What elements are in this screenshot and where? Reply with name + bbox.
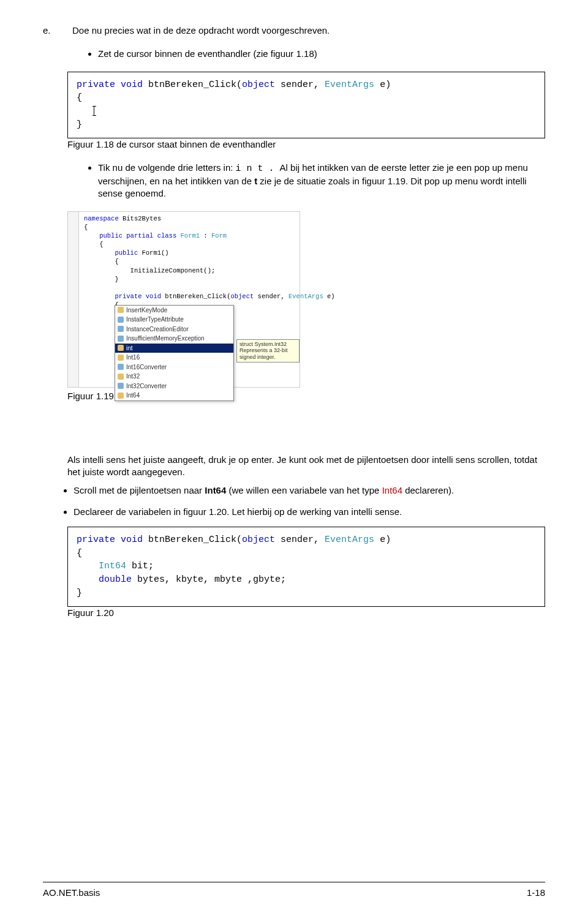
b3e: declareren). — [402, 485, 454, 495]
bullet-list-2: Tik nu de volgende drie letters in: i n … — [98, 162, 545, 200]
b2d-bold: t — [254, 176, 260, 186]
tooltip-l2: Represents a 32-bit signed integer. — [239, 347, 296, 361]
caption-1-18: Figuur 1.18 de cursor staat binnen de ev… — [67, 138, 545, 151]
m2-sender: sender, — [275, 535, 325, 545]
intelli-label: Int16 — [126, 353, 140, 362]
b3b-bold: Int64 — [205, 485, 226, 495]
b3d-red: Int64 — [382, 485, 402, 495]
brace-close: } — [77, 119, 82, 130]
cls-name: Form1 — [181, 232, 200, 239]
intelli-item-5[interactable]: Int16 — [115, 353, 233, 363]
type-eventargs: EventArgs — [325, 80, 374, 90]
code-box-2: private void btnBereken_Click(object sen… — [67, 527, 545, 607]
m-name: btnBereken_Click — [165, 293, 227, 300]
base-form: Form — [211, 232, 227, 239]
bullet-declareer: Declareer de variabelen in figuur 1.20. … — [74, 506, 545, 518]
class-icon — [118, 383, 124, 389]
page-footer: AO.NET.basis 1-18 — [43, 887, 545, 899]
kw-namespace: namespace — [84, 215, 119, 222]
footer-rule — [43, 882, 545, 882]
keyword-icon — [118, 345, 124, 351]
intelli-item-3[interactable]: InsufficientMemoryException — [115, 334, 233, 344]
class-icon — [118, 326, 124, 332]
intelli-label: InsufficientMemoryException — [126, 334, 205, 343]
bullet-tik: Tik nu de volgende drie letters in: i n … — [98, 162, 545, 200]
m-kw: private void — [84, 293, 165, 300]
type-eventargs2: EventArgs — [325, 535, 374, 545]
caption-1-20: Figuur 1.20 — [67, 607, 545, 619]
intelli-item-2[interactable]: InstanceCreationEditor — [115, 325, 233, 334]
brace-open: { — [77, 92, 82, 103]
ctor-par: () — [161, 249, 169, 257]
brace-close2: } — [77, 588, 82, 598]
m-object: object — [230, 293, 254, 300]
para-intelli-enter: Als intelli sens het juiste aangeeft, dr… — [67, 454, 545, 479]
intelli-item-6[interactable]: Int16Converter — [115, 363, 233, 372]
b2b-mono: i n t . — [236, 164, 280, 174]
cls-brace: { — [84, 241, 104, 248]
intelli-label: Int16Converter — [126, 363, 167, 372]
class-icon — [118, 364, 124, 370]
kw-void2: void — [121, 535, 143, 545]
ctor-brace-close: } — [84, 276, 119, 283]
section-label: e. — [43, 24, 72, 37]
intelli-label: Int32 — [126, 372, 140, 381]
b2a: Tik nu de volgende drie letters in: — [98, 162, 236, 173]
struct-icon — [118, 374, 124, 380]
m-sender: sender, — [254, 293, 288, 300]
intelli-label: Int32Converter — [126, 382, 167, 391]
footer-left: AO.NET.basis — [43, 887, 100, 899]
kw-void: void — [121, 80, 143, 90]
intelli-label: InstallerTypeAttribute — [126, 315, 184, 324]
m-brace: { — [84, 301, 119, 309]
intelli-item-0[interactable]: InsertKeyMode — [115, 306, 233, 315]
b3a: Scroll met de pijlentoetsen naar — [74, 485, 205, 495]
m2-e: e) — [374, 535, 391, 545]
intelli-item-7[interactable]: Int32 — [115, 372, 233, 382]
ide-screenshot: namespace Bits2Bytes { public partial cl… — [67, 211, 300, 388]
type-int64: Int64 — [77, 561, 126, 571]
intelli-item-9[interactable]: Int64 — [115, 391, 233, 400]
section-e: e. Doe nu precies wat in de deze opdrach… — [43, 24, 545, 37]
intelli-item-selected[interactable]: int — [115, 344, 233, 353]
var-bytes: bytes, kbyte, mbyte ,gbyte; — [132, 574, 286, 585]
b3c: (we willen een variabele van het type — [226, 485, 382, 495]
kw-object: object — [242, 80, 275, 90]
tooltip-l1: struct System.Int32 — [239, 341, 296, 348]
param-sender: sender, — [275, 80, 325, 90]
struct-icon — [118, 393, 124, 399]
kw-double: double — [77, 574, 132, 585]
struct-icon — [118, 355, 124, 361]
m2-name: btnBereken_Click( — [143, 535, 242, 545]
intelli-label: Int64 — [126, 391, 140, 400]
var-bit: bit; — [126, 561, 154, 571]
struct-icon — [118, 307, 124, 313]
text-cursor-icon — [94, 107, 94, 115]
intellisense-popup[interactable]: InsertKeyMode InstallerTypeAttribute Ins… — [115, 305, 234, 401]
code-box-1: private void btnBereken_Click(object sen… — [67, 72, 545, 138]
kw-private: private — [77, 80, 115, 90]
bullet-list-3: Scroll met de pijlentoetsen naar Int64 (… — [74, 484, 545, 518]
intelli-item-1[interactable]: InstallerTypeAttribute — [115, 315, 233, 325]
m-eventargs: EventArgs — [288, 293, 323, 300]
bullet-list-1: Zet de cursor binnen de eventhandler (zi… — [98, 48, 545, 60]
cls-colon: : — [200, 232, 211, 239]
class-icon — [118, 317, 124, 323]
intelli-item-8[interactable]: Int32Converter — [115, 382, 233, 391]
init-call: InitializeComponent(); — [84, 267, 215, 274]
bullet-scroll: Scroll met de pijlentoetsen naar Int64 (… — [74, 484, 545, 497]
ctor-kw: public — [84, 249, 142, 257]
intelli-label: int — [126, 344, 133, 353]
ns-brace: { — [84, 224, 88, 231]
intelli-label: InstanceCreationEditor — [126, 325, 189, 334]
ctor-name: Form1 — [142, 249, 162, 257]
footer-right: 1-18 — [527, 887, 545, 899]
m-e: e) — [323, 293, 335, 300]
ns-name: Bits2Bytes — [119, 215, 161, 222]
class-icon — [118, 336, 124, 342]
brace-open2: { — [77, 548, 82, 558]
cls-decl: public partial class — [84, 232, 181, 239]
ctor-brace: { — [84, 258, 119, 265]
section-text: Doe nu precies wat in de deze opdracht w… — [72, 24, 545, 37]
bullet-cursor: Zet de cursor binnen de eventhandler (zi… — [98, 48, 545, 60]
